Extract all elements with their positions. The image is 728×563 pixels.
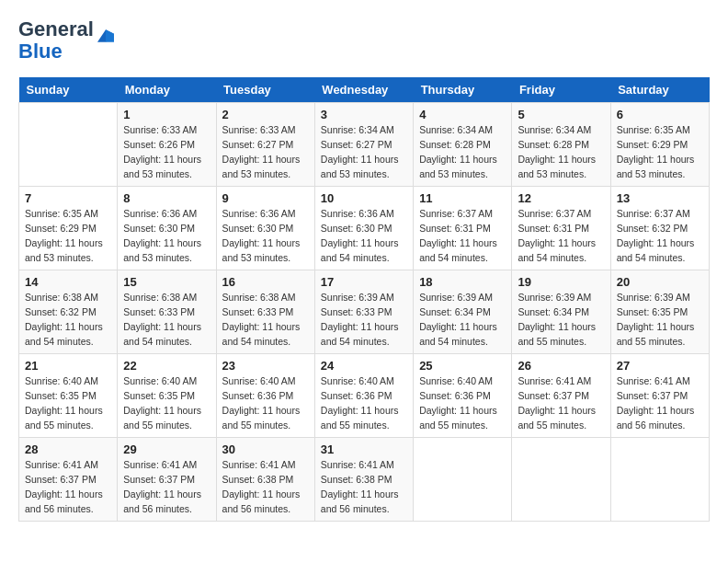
- day-number: 21: [25, 359, 111, 373]
- day-info: Sunrise: 6:35 AM Sunset: 6:29 PM Dayligh…: [617, 123, 703, 181]
- day-info: Sunrise: 6:41 AM Sunset: 6:37 PM Dayligh…: [123, 458, 210, 516]
- day-number: 8: [123, 191, 210, 205]
- day-number: 29: [123, 442, 210, 456]
- day-number: 14: [25, 275, 111, 289]
- day-number: 27: [617, 359, 703, 373]
- day-number: 20: [617, 275, 703, 289]
- day-info: Sunrise: 6:41 AM Sunset: 6:37 PM Dayligh…: [518, 374, 604, 432]
- day-info: Sunrise: 6:36 AM Sunset: 6:30 PM Dayligh…: [222, 207, 309, 265]
- day-info: Sunrise: 6:41 AM Sunset: 6:38 PM Dayligh…: [222, 458, 309, 516]
- day-number: 22: [123, 359, 210, 373]
- calendar-table: SundayMondayTuesdayWednesdayThursdayFrid…: [18, 77, 710, 522]
- weekday-header-saturday: Saturday: [610, 77, 709, 103]
- day-number: 11: [419, 191, 506, 205]
- calendar-week-3: 14Sunrise: 6:38 AM Sunset: 6:32 PM Dayli…: [19, 270, 710, 354]
- calendar-cell: 6Sunrise: 6:35 AM Sunset: 6:29 PM Daylig…: [610, 103, 709, 187]
- calendar-cell: 31Sunrise: 6:41 AM Sunset: 6:38 PM Dayli…: [314, 438, 413, 522]
- calendar-cell: 2Sunrise: 6:33 AM Sunset: 6:27 PM Daylig…: [216, 103, 314, 187]
- weekday-header-thursday: Thursday: [414, 77, 512, 103]
- calendar-cell: 7Sunrise: 6:35 AM Sunset: 6:29 PM Daylig…: [19, 187, 118, 270]
- day-number: 9: [222, 191, 309, 205]
- day-number: 1: [123, 108, 210, 121]
- weekday-header-friday: Friday: [512, 77, 610, 103]
- day-info: Sunrise: 6:39 AM Sunset: 6:34 PM Dayligh…: [419, 291, 506, 349]
- day-number: 30: [222, 442, 309, 456]
- day-info: Sunrise: 6:41 AM Sunset: 6:38 PM Dayligh…: [321, 458, 407, 516]
- day-number: 3: [321, 108, 407, 121]
- day-number: 31: [321, 442, 407, 456]
- calendar-week-1: 1Sunrise: 6:33 AM Sunset: 6:26 PM Daylig…: [19, 103, 710, 187]
- day-number: 15: [123, 275, 210, 289]
- day-number: 24: [321, 359, 407, 373]
- calendar-cell: [610, 438, 709, 522]
- day-info: Sunrise: 6:39 AM Sunset: 6:35 PM Dayligh…: [617, 291, 703, 349]
- calendar-cell: 5Sunrise: 6:34 AM Sunset: 6:28 PM Daylig…: [512, 103, 610, 187]
- calendar-cell: 3Sunrise: 6:34 AM Sunset: 6:27 PM Daylig…: [314, 103, 413, 187]
- day-info: Sunrise: 6:40 AM Sunset: 6:35 PM Dayligh…: [25, 374, 111, 432]
- logo-text: GeneralBlue: [18, 18, 94, 63]
- calendar-cell: 14Sunrise: 6:38 AM Sunset: 6:32 PM Dayli…: [19, 270, 118, 354]
- day-info: Sunrise: 6:34 AM Sunset: 6:27 PM Dayligh…: [321, 123, 407, 181]
- svg-marker-1: [106, 29, 114, 42]
- header-row: SundayMondayTuesdayWednesdayThursdayFrid…: [19, 77, 710, 103]
- day-info: Sunrise: 6:38 AM Sunset: 6:33 PM Dayligh…: [222, 291, 309, 349]
- logo-icon: [97, 29, 114, 42]
- day-info: Sunrise: 6:37 AM Sunset: 6:31 PM Dayligh…: [419, 207, 506, 265]
- calendar-cell: 24Sunrise: 6:40 AM Sunset: 6:36 PM Dayli…: [314, 354, 413, 438]
- day-number: 5: [518, 108, 604, 121]
- day-number: 12: [518, 191, 604, 205]
- calendar-cell: 25Sunrise: 6:40 AM Sunset: 6:36 PM Dayli…: [414, 354, 512, 438]
- day-number: 23: [222, 359, 309, 373]
- weekday-header-monday: Monday: [118, 77, 216, 103]
- day-info: Sunrise: 6:41 AM Sunset: 6:37 PM Dayligh…: [617, 374, 703, 432]
- calendar-cell: [19, 103, 118, 187]
- day-info: Sunrise: 6:38 AM Sunset: 6:33 PM Dayligh…: [123, 291, 210, 349]
- weekday-header-sunday: Sunday: [19, 77, 118, 103]
- day-info: Sunrise: 6:40 AM Sunset: 6:35 PM Dayligh…: [123, 374, 210, 432]
- day-info: Sunrise: 6:36 AM Sunset: 6:30 PM Dayligh…: [321, 207, 407, 265]
- calendar-cell: 20Sunrise: 6:39 AM Sunset: 6:35 PM Dayli…: [610, 270, 709, 354]
- calendar-cell: 8Sunrise: 6:36 AM Sunset: 6:30 PM Daylig…: [118, 187, 216, 270]
- calendar-week-5: 28Sunrise: 6:41 AM Sunset: 6:37 PM Dayli…: [19, 438, 710, 522]
- day-number: 26: [518, 359, 604, 373]
- calendar-cell: 21Sunrise: 6:40 AM Sunset: 6:35 PM Dayli…: [19, 354, 118, 438]
- day-number: 2: [222, 108, 309, 121]
- calendar-header: SundayMondayTuesdayWednesdayThursdayFrid…: [19, 77, 710, 103]
- logo: GeneralBlue: [18, 18, 114, 63]
- day-info: Sunrise: 6:39 AM Sunset: 6:33 PM Dayligh…: [321, 291, 407, 349]
- day-number: 18: [419, 275, 506, 289]
- calendar-cell: 11Sunrise: 6:37 AM Sunset: 6:31 PM Dayli…: [414, 187, 512, 270]
- calendar-cell: 23Sunrise: 6:40 AM Sunset: 6:36 PM Dayli…: [216, 354, 314, 438]
- day-number: 10: [321, 191, 407, 205]
- weekday-header-wednesday: Wednesday: [314, 77, 413, 103]
- day-number: 17: [321, 275, 407, 289]
- calendar-cell: 26Sunrise: 6:41 AM Sunset: 6:37 PM Dayli…: [512, 354, 610, 438]
- day-info: Sunrise: 6:39 AM Sunset: 6:34 PM Dayligh…: [518, 291, 604, 349]
- calendar-cell: 28Sunrise: 6:41 AM Sunset: 6:37 PM Dayli…: [19, 438, 118, 522]
- day-number: 19: [518, 275, 604, 289]
- day-number: 13: [617, 191, 703, 205]
- calendar-body: 1Sunrise: 6:33 AM Sunset: 6:26 PM Daylig…: [19, 103, 710, 522]
- day-info: Sunrise: 6:35 AM Sunset: 6:29 PM Dayligh…: [25, 207, 111, 265]
- day-info: Sunrise: 6:34 AM Sunset: 6:28 PM Dayligh…: [518, 123, 604, 181]
- day-info: Sunrise: 6:40 AM Sunset: 6:36 PM Dayligh…: [321, 374, 407, 432]
- calendar-cell: 27Sunrise: 6:41 AM Sunset: 6:37 PM Dayli…: [610, 354, 709, 438]
- calendar-week-2: 7Sunrise: 6:35 AM Sunset: 6:29 PM Daylig…: [19, 187, 710, 270]
- calendar-cell: 22Sunrise: 6:40 AM Sunset: 6:35 PM Dayli…: [118, 354, 216, 438]
- day-info: Sunrise: 6:36 AM Sunset: 6:30 PM Dayligh…: [123, 207, 210, 265]
- calendar-cell: 16Sunrise: 6:38 AM Sunset: 6:33 PM Dayli…: [216, 270, 314, 354]
- day-info: Sunrise: 6:33 AM Sunset: 6:27 PM Dayligh…: [222, 123, 309, 181]
- calendar-cell: 15Sunrise: 6:38 AM Sunset: 6:33 PM Dayli…: [118, 270, 216, 354]
- calendar-cell: 13Sunrise: 6:37 AM Sunset: 6:32 PM Dayli…: [610, 187, 709, 270]
- page-header: GeneralBlue: [18, 18, 710, 63]
- day-info: Sunrise: 6:37 AM Sunset: 6:31 PM Dayligh…: [518, 207, 604, 265]
- day-info: Sunrise: 6:40 AM Sunset: 6:36 PM Dayligh…: [419, 374, 506, 432]
- calendar-cell: 18Sunrise: 6:39 AM Sunset: 6:34 PM Dayli…: [414, 270, 512, 354]
- day-number: 28: [25, 442, 111, 456]
- day-info: Sunrise: 6:40 AM Sunset: 6:36 PM Dayligh…: [222, 374, 309, 432]
- calendar-cell: 9Sunrise: 6:36 AM Sunset: 6:30 PM Daylig…: [216, 187, 314, 270]
- calendar-week-4: 21Sunrise: 6:40 AM Sunset: 6:35 PM Dayli…: [19, 354, 710, 438]
- calendar-cell: 10Sunrise: 6:36 AM Sunset: 6:30 PM Dayli…: [314, 187, 413, 270]
- day-info: Sunrise: 6:41 AM Sunset: 6:37 PM Dayligh…: [25, 458, 111, 516]
- calendar-cell: 30Sunrise: 6:41 AM Sunset: 6:38 PM Dayli…: [216, 438, 314, 522]
